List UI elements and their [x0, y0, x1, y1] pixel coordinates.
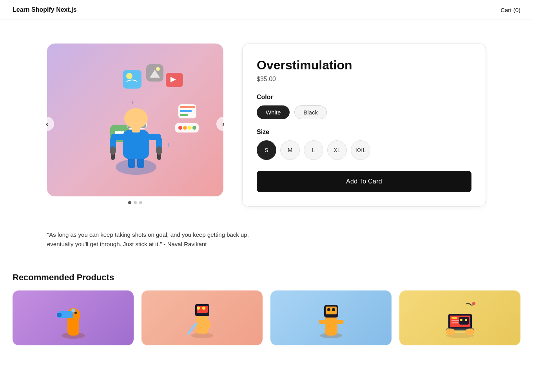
size-option-xl[interactable]: XL [327, 140, 347, 160]
recommended-card-2[interactable] [141, 290, 263, 345]
svg-point-8 [115, 131, 118, 134]
carousel-image: + + + [47, 44, 223, 196]
svg-point-47 [71, 309, 75, 312]
product-info-panel: Overstimulation $35.00 Color White Black… [242, 44, 486, 207]
size-label: Size [257, 129, 471, 136]
carousel-dot-1[interactable] [128, 201, 131, 204]
quote-section: "As long as you can keep taking shots on… [0, 222, 298, 265]
color-option-white[interactable]: White [257, 105, 290, 119]
carousel-dots [47, 201, 223, 204]
rec-card-3-illustration [312, 296, 351, 339]
svg-rect-12 [180, 106, 195, 108]
svg-point-74 [465, 328, 475, 335]
recommended-title: Recommended Products [13, 272, 520, 283]
svg-point-53 [202, 307, 205, 310]
header: Learn Shopify Next.js Cart (0) [0, 0, 533, 20]
color-options: White Black [257, 105, 471, 119]
svg-rect-69 [451, 317, 457, 319]
svg-point-48 [191, 333, 213, 338]
site-logo: Learn Shopify Next.js [13, 6, 77, 13]
size-options: S M L XL XXL [257, 140, 471, 160]
svg-point-76 [460, 319, 462, 321]
svg-point-19 [192, 126, 196, 130]
svg-text:+: + [167, 141, 171, 149]
rec-card-2-illustration [183, 296, 222, 339]
carousel-prev-button[interactable]: ‹ [40, 117, 54, 131]
rec-card-1-illustration [54, 296, 93, 339]
carousel-dot-3[interactable] [139, 201, 142, 204]
quote-text: "As long as you can keep taking shots on… [47, 230, 251, 249]
recommended-grid [13, 290, 520, 345]
svg-point-44 [74, 312, 77, 314]
size-option-xxl[interactable]: XXL [351, 140, 370, 160]
svg-point-73 [446, 328, 455, 335]
product-section: + + + [0, 20, 533, 222]
svg-point-37 [110, 146, 116, 155]
rec-card-4-illustration [441, 296, 480, 339]
svg-point-61 [327, 308, 330, 311]
cart-button[interactable]: Cart (0) [500, 7, 520, 13]
svg-rect-55 [205, 320, 208, 326]
svg-rect-26 [123, 130, 149, 159]
recommended-card-3[interactable] [270, 290, 392, 345]
recommended-section: Recommended Products [0, 265, 533, 361]
recommended-card-4[interactable] [399, 290, 520, 345]
svg-point-16 [178, 126, 182, 130]
svg-rect-14 [180, 114, 188, 116]
svg-rect-71 [451, 322, 459, 323]
svg-point-52 [197, 307, 200, 310]
svg-rect-63 [319, 320, 326, 324]
svg-rect-70 [451, 320, 460, 321]
recommended-card-1[interactable] [13, 290, 134, 345]
svg-point-72 [472, 302, 475, 305]
carousel-dot-2[interactable] [134, 201, 137, 204]
svg-point-62 [332, 308, 335, 311]
svg-rect-0 [123, 70, 141, 89]
color-option-black[interactable]: Black [294, 105, 327, 119]
product-image-carousel: + + + [47, 44, 223, 204]
product-price: $35.00 [257, 76, 471, 83]
product-title: Overstimulation [257, 58, 471, 73]
svg-rect-60 [326, 307, 337, 314]
svg-rect-64 [337, 320, 344, 324]
svg-point-18 [188, 126, 192, 130]
svg-point-77 [465, 319, 467, 321]
svg-rect-46 [57, 313, 62, 317]
svg-point-39 [156, 146, 162, 155]
carousel-next-button[interactable]: › [216, 117, 230, 131]
svg-point-9 [118, 131, 121, 134]
size-option-l[interactable]: L [304, 140, 323, 160]
svg-point-34 [124, 108, 148, 129]
svg-point-4 [156, 67, 160, 71]
svg-rect-13 [180, 110, 192, 112]
svg-point-23 [116, 159, 156, 175]
size-option-s[interactable]: S [257, 140, 276, 160]
svg-point-17 [183, 126, 187, 130]
size-option-m[interactable]: M [280, 140, 300, 160]
svg-text:+: + [131, 99, 134, 105]
svg-rect-35 [132, 127, 140, 132]
svg-point-1 [126, 73, 132, 79]
product-illustration: + + + [69, 53, 202, 187]
add-to-cart-button[interactable]: Add To Card [257, 171, 471, 192]
color-label: Color [257, 94, 471, 101]
